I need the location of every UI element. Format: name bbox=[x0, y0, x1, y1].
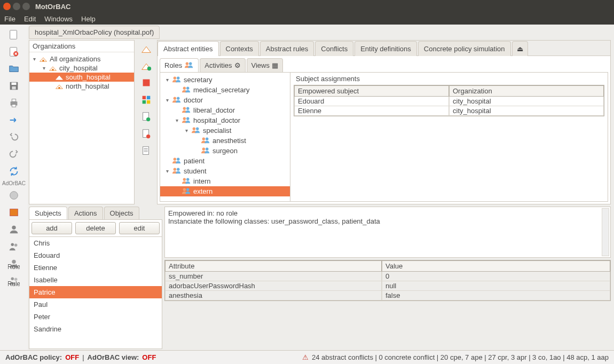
role-tree-item[interactable]: anesthetist bbox=[160, 136, 290, 146]
table-row[interactable]: ss_number 0 bbox=[165, 272, 610, 281]
org-tree-item-selected[interactable]: south_hospital bbox=[29, 73, 134, 82]
scrollbar[interactable] bbox=[602, 208, 609, 256]
svg-point-41 bbox=[177, 97, 179, 100]
edit-button[interactable]: edit bbox=[119, 222, 160, 234]
redo-icon[interactable] bbox=[4, 146, 23, 162]
svg-rect-4 bbox=[11, 83, 16, 85]
role-tree-item[interactable]: ▾doctor bbox=[160, 95, 290, 105]
org-tree-item[interactable]: ▾ city_hospital bbox=[29, 64, 134, 73]
role-tree-item[interactable]: ▾secretary bbox=[160, 75, 290, 85]
tab-subjects[interactable]: Subjects bbox=[29, 207, 67, 219]
svg-point-50 bbox=[202, 148, 205, 151]
col-attribute[interactable]: Attribute bbox=[165, 260, 382, 272]
svg-point-57 bbox=[186, 178, 189, 181]
subtab-roles[interactable]: Roles bbox=[160, 58, 199, 72]
list-item[interactable]: Paul bbox=[29, 298, 162, 311]
tab-entity-definitions[interactable]: Entity definitions bbox=[355, 41, 417, 56]
window-close-button[interactable] bbox=[3, 3, 11, 10]
svg-point-12 bbox=[11, 243, 14, 247]
menu-help[interactable]: Help bbox=[81, 15, 96, 23]
menu-edit[interactable]: Edit bbox=[24, 15, 36, 23]
organizations-header: Organizations bbox=[29, 41, 134, 52]
subtab-views[interactable]: Views▦ bbox=[247, 58, 283, 72]
org-tree-root[interactable]: ▾ All organizations bbox=[29, 54, 134, 64]
abstract-entities-panel: Abstract entities Contexts Abstract rule… bbox=[157, 40, 611, 204]
role-tree-item[interactable]: ▾student bbox=[160, 166, 290, 176]
user-icon[interactable] bbox=[4, 221, 23, 238]
tab-eject-icon[interactable]: ⏏ bbox=[512, 41, 528, 56]
warning-icon: ⚠ bbox=[302, 353, 309, 361]
window-minimize-button[interactable] bbox=[13, 3, 20, 10]
people-icon bbox=[172, 156, 182, 165]
tab-objects[interactable]: Objects bbox=[104, 207, 139, 219]
tab-abstract-entities[interactable]: Abstract entities bbox=[158, 41, 219, 56]
adorbac-photo-icon[interactable] bbox=[4, 204, 23, 220]
entity-doc-check-icon[interactable] bbox=[138, 109, 155, 124]
role-tree-item[interactable]: medical_secretary bbox=[160, 85, 290, 95]
add-button[interactable]: add bbox=[32, 222, 72, 234]
svg-point-48 bbox=[202, 138, 205, 140]
entity-colors-icon[interactable] bbox=[138, 92, 155, 107]
svg-point-59 bbox=[186, 188, 189, 191]
col-value[interactable]: Value bbox=[382, 260, 610, 272]
menu-windows[interactable]: Windows bbox=[44, 15, 73, 23]
entity-home-icon[interactable] bbox=[138, 41, 155, 56]
window-maximize-button[interactable] bbox=[22, 3, 30, 10]
adorbac-sphere-icon[interactable] bbox=[4, 187, 23, 203]
table-row[interactable]: Etienne city_hospital bbox=[294, 106, 604, 116]
role-tree-item[interactable]: patient bbox=[160, 156, 290, 166]
list-item[interactable]: Peter bbox=[29, 311, 162, 323]
users-icon[interactable] bbox=[4, 239, 23, 255]
svg-point-49 bbox=[206, 138, 208, 140]
table-row[interactable]: adorbacUserPasswordHash null bbox=[165, 281, 610, 291]
window-title: MotOrBAC bbox=[35, 3, 70, 11]
role-icon[interactable]: Role bbox=[4, 256, 23, 272]
people-icon bbox=[182, 187, 191, 196]
role-tree-item[interactable]: ▾hospital_doctor bbox=[160, 115, 290, 125]
role-tree-item[interactable]: intern bbox=[160, 176, 290, 186]
role-tree-item[interactable]: surgeon bbox=[160, 146, 290, 156]
col-empowered-subject[interactable]: Empowered subject bbox=[294, 85, 449, 97]
svg-point-52 bbox=[174, 158, 176, 161]
tab-abstract-rules[interactable]: Abstract rules bbox=[260, 41, 314, 56]
tab-actions[interactable]: Actions bbox=[68, 207, 103, 219]
tab-contexts[interactable]: Contexts bbox=[220, 41, 259, 56]
new-policy-icon[interactable] bbox=[4, 27, 23, 43]
tab-simulation[interactable]: Concrete policy simulation bbox=[418, 41, 511, 56]
org-tree-item[interactable]: north_hospital bbox=[29, 82, 134, 91]
list-item[interactable]: Patrice bbox=[29, 286, 162, 298]
entity-home-add-icon[interactable] bbox=[138, 58, 155, 73]
undo-icon[interactable] bbox=[4, 129, 23, 145]
export-icon[interactable] bbox=[4, 112, 23, 128]
delete-button[interactable]: delete bbox=[75, 222, 116, 234]
save-icon[interactable] bbox=[4, 78, 23, 94]
entity-doc-deny-icon[interactable] bbox=[138, 126, 155, 141]
attributes-table: Attribute Value ss_number 0 adorbacUserP… bbox=[164, 260, 611, 301]
table-row[interactable]: Edouard city_hospital bbox=[294, 97, 604, 106]
gear-icon: ⚙ bbox=[234, 61, 241, 69]
svg-point-35 bbox=[189, 62, 192, 65]
role-tree-item[interactable]: ▾specialist bbox=[160, 125, 290, 136]
menu-file[interactable]: File bbox=[4, 15, 15, 23]
list-item[interactable]: Etienne bbox=[29, 262, 162, 274]
list-item[interactable]: Isabelle bbox=[29, 274, 162, 286]
table-row[interactable]: anesthesia false bbox=[165, 291, 610, 300]
role-tree-item[interactable]: liberal_doctor bbox=[160, 105, 290, 115]
open-folder-icon[interactable] bbox=[4, 61, 23, 77]
list-item[interactable]: Chris bbox=[29, 237, 162, 249]
tab-conflicts[interactable]: Conflicts bbox=[315, 41, 353, 56]
refresh-icon[interactable] bbox=[4, 163, 23, 179]
subtab-activities[interactable]: Activities⚙ bbox=[200, 58, 245, 72]
svg-rect-5 bbox=[12, 86, 15, 90]
print-icon[interactable] bbox=[4, 95, 23, 111]
col-organization[interactable]: Organization bbox=[449, 85, 604, 97]
list-item[interactable]: Sandrine bbox=[29, 323, 162, 335]
list-item[interactable]: Edouard bbox=[29, 249, 162, 262]
entity-block-icon[interactable] bbox=[138, 75, 155, 90]
svg-rect-22 bbox=[58, 86, 60, 88]
close-policy-icon[interactable] bbox=[4, 44, 23, 60]
role-tree-item[interactable]: extern bbox=[160, 186, 290, 196]
entity-doc-icon[interactable] bbox=[138, 144, 155, 159]
rule-icon[interactable]: Rule bbox=[4, 273, 23, 289]
svg-point-45 bbox=[186, 117, 189, 120]
